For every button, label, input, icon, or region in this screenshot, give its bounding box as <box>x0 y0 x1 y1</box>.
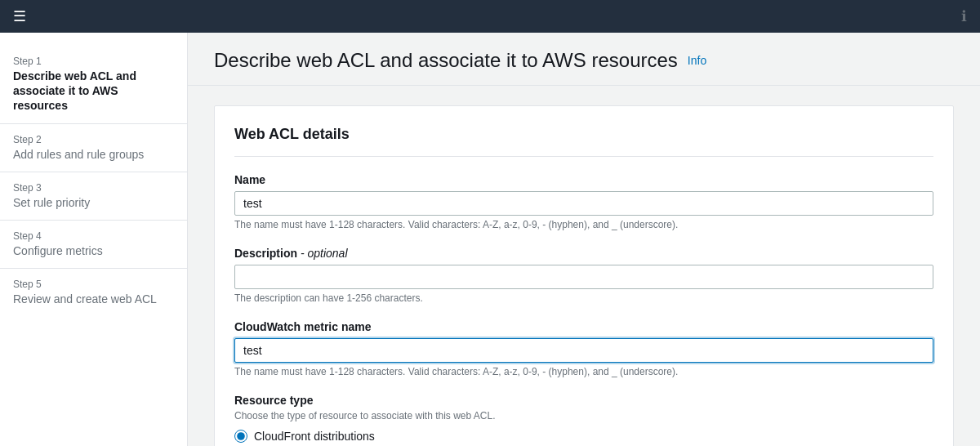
metric-name-label: CloudWatch metric name <box>234 320 933 333</box>
description-input[interactable] <box>234 265 933 289</box>
web-acl-details-card: Web ACL details Name The name must have … <box>214 105 954 446</box>
sidebar-step-1[interactable]: Step 1 Describe web ACL and associate it… <box>0 46 187 124</box>
content-area: Describe web ACL and associate it to AWS… <box>188 33 980 446</box>
metric-name-hint: The name must have 1-128 characters. Val… <box>234 366 933 377</box>
step-5-title: Review and create web ACL <box>13 292 174 306</box>
sidebar-step-3[interactable]: Step 3 Set rule priority <box>0 172 187 221</box>
step-2-title: Add rules and rule groups <box>13 147 174 162</box>
step-4-label: Step 4 <box>13 230 174 242</box>
step-4-title: Configure metrics <box>13 243 174 258</box>
app-container: ☰ ℹ Step 1 Describe web ACL and associat… <box>0 0 980 446</box>
name-label: Name <box>234 173 933 186</box>
sidebar-step-4[interactable]: Step 4 Configure metrics <box>0 221 187 269</box>
name-hint: The name must have 1-128 characters. Val… <box>234 219 933 230</box>
resource-type-hint: Choose the type of resource to associate… <box>234 410 933 421</box>
sidebar-step-5[interactable]: Step 5 Review and create web ACL <box>0 269 187 316</box>
step-1-title: Describe web ACL and associate it to AWS… <box>13 69 174 114</box>
radio-cloudfront-label: CloudFront distributions <box>254 430 375 443</box>
info-link[interactable]: Info <box>688 54 706 67</box>
page-title: Describe web ACL and associate it to AWS… <box>214 49 678 72</box>
sidebar-step-2[interactable]: Step 2 Add rules and rule groups <box>0 124 187 172</box>
hamburger-icon[interactable]: ☰ <box>13 7 26 25</box>
description-field-group: Description - optional The description c… <box>234 247 933 304</box>
description-hint: The description can have 1-256 character… <box>234 292 933 304</box>
step-5-label: Step 5 <box>13 279 174 290</box>
radio-cloudfront[interactable]: CloudFront distributions <box>234 430 933 443</box>
name-input[interactable] <box>234 191 933 216</box>
radio-cloudfront-input[interactable] <box>234 430 247 443</box>
metric-name-input[interactable] <box>234 338 933 363</box>
step-3-title: Set rule priority <box>13 195 174 210</box>
step-1-label: Step 1 <box>13 56 174 67</box>
main-layout: Step 1 Describe web ACL and associate it… <box>0 33 980 446</box>
top-bar: ☰ ℹ <box>0 0 980 33</box>
metric-name-field-group: CloudWatch metric name The name must hav… <box>234 320 933 377</box>
resource-type-field-group: Resource type Choose the type of resourc… <box>234 394 933 446</box>
card-title: Web ACL details <box>234 126 933 157</box>
description-optional-text: - optional <box>301 247 348 260</box>
resource-type-label: Resource type <box>234 394 933 407</box>
name-field-group: Name The name must have 1-128 characters… <box>234 173 933 230</box>
sidebar: Step 1 Describe web ACL and associate it… <box>0 33 188 446</box>
step-3-label: Step 3 <box>13 182 174 194</box>
page-header: Describe web ACL and associate it to AWS… <box>188 33 980 86</box>
step-2-label: Step 2 <box>13 134 174 145</box>
top-info-icon[interactable]: ℹ <box>961 7 967 25</box>
description-label: Description - optional <box>234 247 933 260</box>
